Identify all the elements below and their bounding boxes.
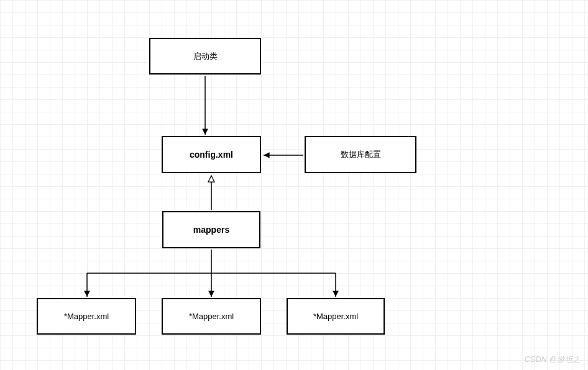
mapper1-box: *Mapper.xml	[37, 298, 136, 335]
mapper3-label: *Mapper.xml	[313, 312, 358, 321]
dbconfig-box: 数据库配置	[305, 136, 416, 173]
mapper3-box: *Mapper.xml	[287, 298, 385, 335]
mappers-box: mappers	[162, 211, 260, 248]
watermark: CSDN @游坦之	[525, 354, 581, 365]
mapper2-box: *Mapper.xml	[162, 298, 261, 335]
config-label: config.xml	[190, 150, 233, 160]
mapper2-label: *Mapper.xml	[189, 312, 234, 321]
mapper1-label: *Mapper.xml	[64, 312, 109, 321]
startup-label: 启动类	[193, 51, 218, 62]
dbconfig-label: 数据库配置	[341, 149, 381, 160]
mappers-label: mappers	[193, 225, 229, 235]
startup-box: 启动类	[149, 38, 261, 74]
config-box: config.xml	[162, 136, 261, 173]
